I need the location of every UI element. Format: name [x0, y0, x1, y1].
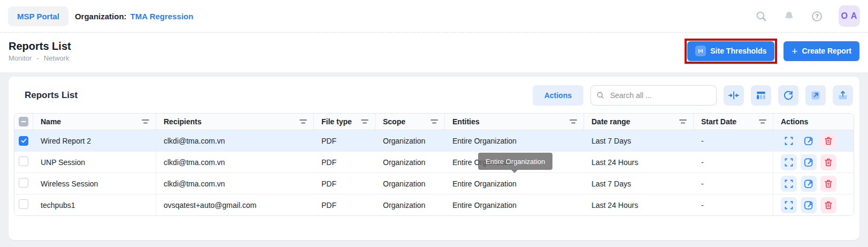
avatar[interactable]: O A — [839, 5, 860, 27]
cell-date-range: Last 7 Days — [592, 179, 631, 188]
row-checkbox[interactable] — [19, 136, 28, 146]
expand-icon — [783, 200, 794, 211]
filter-icon[interactable] — [678, 118, 688, 125]
col-header-start-date: Start Date — [701, 117, 736, 126]
cell-entities: Entire Organization — [452, 137, 517, 145]
filter-icon[interactable] — [758, 118, 767, 125]
expand-icon — [783, 136, 794, 146]
table-row[interactable]: Wireless Session clkdi@tma.com.vn PDF Or… — [14, 173, 854, 194]
edit-row-button[interactable] — [801, 176, 817, 192]
msp-portal-button[interactable]: MSP Portal — [8, 6, 68, 26]
expand-icon — [783, 157, 794, 168]
cell-name: techpubs1 — [41, 201, 75, 209]
cell-start-date: - — [701, 179, 704, 188]
create-report-label: Create Report — [802, 47, 851, 55]
site-thresholds-button[interactable]: Site Thresholds — [687, 41, 774, 61]
cell-file-type: PDF — [321, 179, 336, 188]
delete-icon — [823, 157, 834, 168]
tooltip-text: Entire Organization — [486, 158, 545, 166]
card-title: Reports List — [25, 90, 78, 101]
topbar-left: MSP Portal Organization: TMA Regression — [8, 6, 193, 26]
col-header-actions: Actions — [781, 117, 808, 126]
content: Reports List Actions — [0, 72, 868, 240]
open-in-new-button[interactable] — [805, 85, 826, 106]
export-upload-icon — [837, 89, 849, 101]
bell-icon[interactable] — [783, 10, 795, 23]
filter-icon[interactable] — [569, 118, 578, 125]
plus-icon: + — [792, 46, 797, 56]
page-title-block: Reports List Monitor - Network — [9, 40, 71, 62]
expand-row-button[interactable] — [781, 133, 797, 149]
edit-row-button[interactable] — [801, 133, 817, 149]
table-columns-icon — [755, 89, 767, 101]
row-checkbox[interactable] — [19, 156, 28, 166]
cell-start-date: - — [701, 158, 704, 167]
breadcrumb-monitor[interactable]: Monitor — [9, 54, 32, 62]
cell-scope: Organization — [383, 179, 425, 188]
collapse-columns-icon — [728, 89, 740, 101]
site-thresholds-label: Site Thresholds — [710, 47, 766, 55]
search-input-icon — [596, 91, 605, 100]
table-row[interactable]: Wired Report 2 clkdi@tma.com.vn PDF Orga… — [14, 130, 854, 152]
select-all-checkbox[interactable] — [19, 117, 28, 126]
col-header-date-range: Date range — [592, 117, 630, 126]
actions-button[interactable]: Actions — [533, 85, 583, 106]
export-button[interactable] — [833, 85, 853, 106]
cell-scope: Organization — [383, 201, 425, 209]
help-icon[interactable]: ? — [811, 10, 823, 23]
tooltip: Entire Organization — [478, 153, 552, 170]
table-row[interactable]: UNP Session clkdi@tma.com.vn PDF Organiz… — [14, 152, 854, 173]
breadcrumb-separator: - — [36, 54, 39, 62]
col-header-scope: Scope — [383, 117, 405, 126]
cell-recipients: clkdi@tma.com.vn — [164, 158, 225, 167]
topbar: MSP Portal Organization: TMA Regression … — [0, 0, 868, 33]
open-in-new-icon — [810, 89, 821, 101]
filter-icon[interactable] — [360, 118, 370, 125]
organization-link[interactable]: TMA Regression — [130, 12, 194, 21]
delete-row-button[interactable] — [820, 133, 836, 149]
collapse-columns-button[interactable] — [724, 85, 744, 106]
col-header-file-type: File type — [321, 117, 352, 126]
table-row[interactable]: techpubs1 ovsqatest+auto@gmail.com PDF O… — [14, 194, 854, 215]
col-header-recipients: Recipients — [164, 117, 202, 126]
search-icon[interactable] — [755, 10, 767, 23]
filter-icon[interactable] — [298, 118, 308, 125]
breadcrumb-network[interactable]: Network — [44, 54, 70, 62]
page-title: Reports List — [9, 40, 71, 53]
cell-date-range: Last 24 Hours — [592, 158, 638, 167]
table-header-row: Name Recipients File type Scope Entities — [14, 114, 854, 130]
red-annotation-box: Site Thresholds — [685, 39, 777, 64]
delete-row-button[interactable] — [820, 176, 836, 192]
cell-name: Wireless Session — [41, 179, 98, 188]
thresholds-sliders-icon — [695, 46, 706, 56]
row-checkbox[interactable] — [19, 178, 28, 188]
edit-row-button[interactable] — [801, 154, 817, 170]
edit-row-button[interactable] — [801, 197, 817, 213]
delete-row-button[interactable] — [820, 197, 836, 213]
search-input[interactable] — [609, 91, 711, 100]
card-tools: Actions — [533, 85, 853, 106]
cell-date-range: Last 24 Hours — [592, 201, 638, 209]
cell-name: UNP Session — [41, 158, 85, 167]
expand-row-button[interactable] — [781, 154, 797, 170]
card-header: Reports List Actions — [14, 77, 854, 112]
reports-card: Reports List Actions — [9, 77, 859, 240]
create-report-button[interactable]: + Create Report — [783, 41, 859, 61]
expand-row-button[interactable] — [781, 197, 797, 213]
refresh-button[interactable] — [778, 85, 798, 106]
search-box[interactable] — [590, 85, 717, 106]
cell-recipients: clkdi@tma.com.vn — [164, 179, 225, 188]
cell-scope: Organization — [383, 158, 425, 167]
columns-button[interactable] — [751, 85, 771, 106]
expand-row-button[interactable] — [781, 176, 797, 192]
reports-table: Name Recipients File type Scope Entities — [14, 113, 854, 216]
edit-icon — [803, 136, 814, 146]
cell-start-date: - — [701, 201, 704, 209]
breadcrumb: Monitor - Network — [9, 54, 71, 62]
delete-icon — [823, 136, 834, 146]
cell-entities: Entire Organization — [452, 201, 517, 209]
delete-row-button[interactable] — [820, 154, 836, 170]
row-checkbox[interactable] — [19, 199, 28, 209]
filter-icon[interactable] — [141, 118, 150, 125]
filter-icon[interactable] — [429, 118, 439, 125]
